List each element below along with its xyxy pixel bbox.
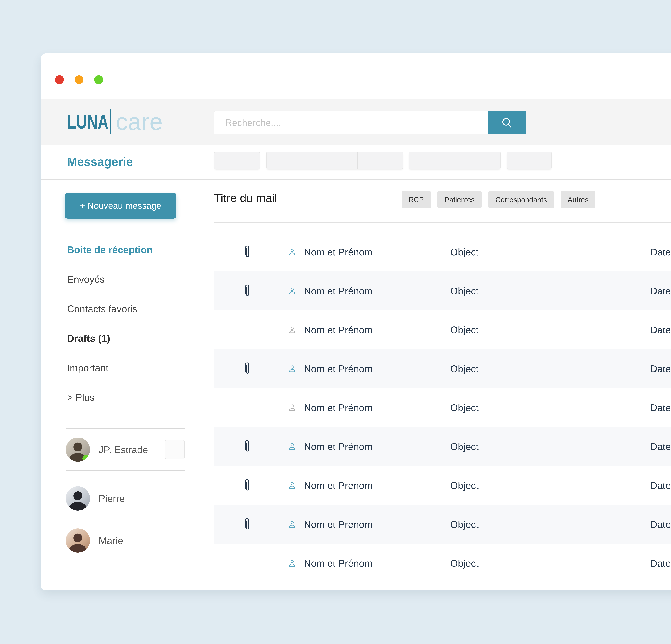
attachment-paperclip-icon (243, 244, 250, 259)
desktop-background: LUNA care Me (0, 0, 671, 644)
search-bar (214, 111, 527, 134)
contact-name: JP. Estrade (99, 444, 165, 455)
sender-name: Nom et Prénom (304, 285, 372, 297)
contact-avatar (66, 438, 90, 462)
toolbar-placeholder-group-1[interactable] (266, 152, 403, 169)
contact-name: Pierre (99, 493, 185, 504)
sidebar-nav-item[interactable]: > Plus (67, 383, 215, 412)
toolbar-placeholder-segment[interactable] (312, 152, 357, 169)
toolbar-placeholder-button-1[interactable] (214, 152, 260, 169)
logo-word-secondary: care (116, 110, 163, 133)
mail-filters: RCP Patientes Correspondants Autres (402, 191, 595, 208)
toolbar-row: Messagerie (40, 145, 671, 180)
sender-person-icon (288, 442, 296, 451)
sidebar-nav-item[interactable]: Contacts favoris (67, 294, 215, 323)
mailbox-nav: Boite de réception Envoyés Contacts favo… (67, 235, 215, 412)
window-controls (55, 75, 103, 84)
contact-row-jp-estrade[interactable]: JP. Estrade (66, 433, 185, 466)
sender-person-icon (288, 559, 296, 568)
sender-name: Nom et Prénom (304, 558, 372, 569)
sender-name: Nom et Prénom (304, 324, 372, 335)
sender-person-icon (288, 481, 296, 490)
contact-avatar (66, 528, 90, 553)
toolbar-placeholder-button-2[interactable] (507, 152, 552, 169)
sidebar-nav-item[interactable]: Important (67, 353, 215, 383)
list-header-divider (214, 222, 671, 222)
mail-subject: Object (450, 324, 479, 335)
maximize-window-icon[interactable] (94, 75, 103, 84)
mail-row[interactable]: Nom et Prénom Object Dates/heures (214, 349, 671, 388)
mail-subject: Object (450, 285, 479, 297)
contact-name: Marie (99, 535, 185, 546)
mail-date: Dates/heures (650, 441, 671, 452)
mail-date: Dates/heures (650, 363, 671, 374)
mail-subject: Object (450, 363, 479, 374)
toolbar-placeholder-segment[interactable] (358, 152, 403, 169)
mail-list-title: Titre du mail (214, 191, 277, 205)
mail-row[interactable]: Nom et Prénom Object Dates/heures (214, 427, 671, 466)
luna-care-logo: LUNA care (67, 99, 163, 145)
mail-date: Dates/heures (650, 285, 671, 297)
mail-row[interactable]: Nom et Prénom Object Dates/heures (214, 388, 671, 427)
sender-person-icon (288, 364, 296, 373)
sender-name: Nom et Prénom (304, 519, 372, 530)
filter-chip[interactable]: Correspondants (488, 191, 554, 208)
sidebar-nav-item[interactable]: Boite de réception (67, 235, 215, 265)
mail-subject: Object (450, 480, 479, 491)
toolbar-placeholder-segment[interactable] (455, 152, 501, 169)
mail-row[interactable]: Nom et Prénom Object Dates/heures (214, 232, 671, 271)
mail-row[interactable]: Nom et Prénom Object Dates/heures (214, 310, 671, 349)
logo-separator-bar (110, 109, 111, 134)
minimize-window-icon[interactable] (75, 75, 84, 84)
mail-row[interactable]: Nom et Prénom Object Dates/heures (214, 466, 671, 505)
mail-row[interactable]: Nom et Prénom Object Dates/heures (214, 544, 671, 583)
app-window: LUNA care Me (40, 53, 671, 591)
attachment-paperclip-icon (243, 439, 250, 454)
logo-word-primary: LUNA (67, 110, 109, 133)
close-window-icon[interactable] (55, 75, 64, 84)
contact-checkbox[interactable] (165, 440, 185, 459)
sender-person-icon (288, 325, 296, 334)
sender-name: Nom et Prénom (304, 363, 372, 374)
mail-date: Dates/heures (650, 246, 671, 258)
window-titlebar (40, 53, 671, 99)
sidebar-divider (66, 428, 185, 429)
attachment-paperclip-icon (243, 478, 250, 493)
online-status-dot (83, 455, 90, 462)
mail-date: Dates/heures (650, 558, 671, 569)
sidebar-divider (66, 470, 185, 471)
mail-row[interactable]: Nom et Prénom Object Dates/heures (214, 271, 671, 310)
sender-person-icon (288, 286, 296, 295)
app-header: LUNA care (40, 99, 671, 145)
mail-subject: Object (450, 558, 479, 569)
filter-chip[interactable]: RCP (402, 191, 431, 208)
search-button[interactable] (488, 111, 527, 134)
contact-avatar (66, 486, 90, 511)
mail-date: Dates/heures (650, 480, 671, 491)
mail-subject: Object (450, 402, 479, 413)
mail-date: Dates/heures (650, 402, 671, 413)
search-icon (500, 116, 514, 129)
mail-subject: Object (450, 441, 479, 452)
new-message-button[interactable]: + Nouveau message (65, 193, 176, 219)
contact-row-marie[interactable]: Marie (66, 523, 185, 558)
sender-name: Nom et Prénom (304, 480, 372, 491)
contact-row-pierre[interactable]: Pierre (66, 481, 185, 516)
sender-person-icon (288, 403, 296, 412)
attachment-paperclip-icon (243, 361, 250, 376)
mail-subject: Object (450, 519, 479, 530)
sidebar-nav-item[interactable]: Envoyés (67, 265, 215, 294)
sidebar-nav-item[interactable]: Drafts (1) (67, 323, 215, 353)
toolbar-placeholder-group-2[interactable] (409, 152, 501, 169)
sender-name: Nom et Prénom (304, 402, 372, 413)
toolbar-placeholder-segment[interactable] (409, 152, 455, 169)
search-input[interactable] (214, 111, 488, 134)
mail-subject: Object (450, 246, 479, 258)
filter-chip[interactable]: Autres (560, 191, 595, 208)
sender-name: Nom et Prénom (304, 441, 372, 452)
sender-name: Nom et Prénom (304, 246, 372, 258)
toolbar-placeholder-segment[interactable] (267, 152, 312, 169)
attachment-paperclip-icon (243, 517, 250, 532)
filter-chip[interactable]: Patientes (438, 191, 482, 208)
mail-row[interactable]: Nom et Prénom Object Dates/heures (214, 505, 671, 544)
